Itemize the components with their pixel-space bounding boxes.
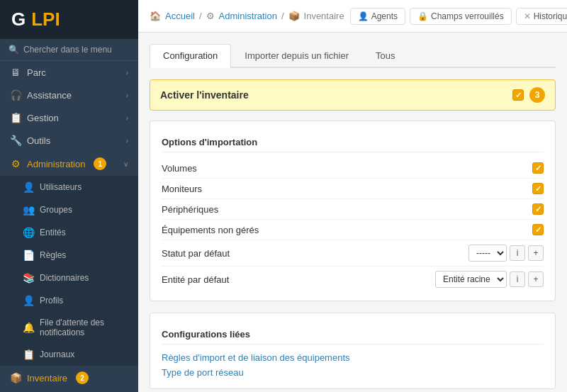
- configurations-liees-header: Configurations liées: [162, 322, 544, 345]
- historique-label: Historique des équipem...: [534, 11, 567, 21]
- home-icon: 🏠: [150, 11, 161, 21]
- entite-add-btn[interactable]: +: [528, 271, 544, 287]
- sidebar-item-label: Outils: [27, 135, 50, 146]
- parc-icon: 🖥: [10, 67, 21, 78]
- dictionnaires-icon: 📚: [23, 272, 34, 284]
- option-row-peripheriques: Périphériques: [162, 199, 544, 220]
- entite-defaut-select[interactable]: Entité racine: [435, 271, 507, 288]
- inventaire-icon: 📦: [10, 372, 21, 383]
- main-area: 🏠 Accueil / ⚙ Administration / 📦 Inventa…: [138, 0, 567, 392]
- tab-importer[interactable]: Importer depuis un fichier: [231, 44, 362, 67]
- equipements-non-geres-checkbox[interactable]: [532, 224, 544, 235]
- sidebar-item-profils[interactable]: 👤 Profils: [0, 289, 138, 312]
- option-row-moniteurs: Moniteurs: [162, 179, 544, 199]
- sidebar-item-label: Gestion: [27, 113, 59, 123]
- sidebar-item-label: Administration: [27, 159, 85, 169]
- sidebar-item-label: Utilisateurs: [40, 182, 82, 192]
- entite-defaut-label: Entité par défaut: [162, 274, 435, 285]
- profils-icon: 👤: [23, 295, 34, 306]
- champs-verrouilles-button[interactable]: 🔒 Champs verrouillés: [410, 8, 512, 25]
- moniteurs-label: Moniteurs: [162, 184, 532, 194]
- agents-label: Agents: [371, 11, 398, 21]
- outils-icon: 🔧: [10, 135, 21, 146]
- utilisateurs-icon: 👤: [23, 181, 34, 193]
- breadcrumb-inventaire-icon: 📦: [288, 11, 300, 21]
- peripheriques-label: Périphériques: [162, 204, 532, 215]
- logo-lpi: LPI: [31, 9, 60, 30]
- chevron-right-icon: ›: [126, 91, 128, 99]
- type-port-reseau-link[interactable]: Type de port réseau: [162, 365, 544, 380]
- option-row-equipements-non-geres: Équipements non gérés: [162, 220, 544, 240]
- activate-inventory-label: Activer l'inventaire: [160, 89, 512, 101]
- inventaire-badge: 2: [76, 371, 89, 384]
- agents-button[interactable]: 👤 Agents: [350, 8, 405, 25]
- import-options-section: Options d'importation Volumes Moniteurs …: [150, 121, 556, 301]
- regles-import-link[interactable]: Règles d'import et de liaison des équipe…: [162, 350, 544, 365]
- close-icon: ✕: [524, 11, 531, 21]
- volumes-checkbox[interactable]: [532, 162, 544, 174]
- entite-info-btn[interactable]: i: [510, 271, 525, 287]
- sidebar-item-journaux[interactable]: 📋 Journaux: [0, 343, 138, 366]
- activate-inventory-right: 3: [512, 87, 545, 103]
- peripheriques-checkbox[interactable]: [532, 203, 544, 215]
- volumes-label: Volumes: [162, 163, 532, 174]
- sidebar-search[interactable]: 🔍 Chercher dans le menu: [0, 39, 138, 61]
- sidebar-item-outils[interactable]: 🔧 Outils ›: [0, 129, 138, 152]
- sidebar-item-label: Groupes: [40, 205, 72, 215]
- equipements-non-geres-label: Équipements non gérés: [162, 225, 532, 235]
- option-row-statut-defaut: Statut par défaut ----- i +: [162, 240, 544, 267]
- chevron-right-icon: ›: [126, 137, 128, 145]
- sidebar-item-administration[interactable]: ⚙ Administration 1 ∨: [0, 152, 138, 176]
- administration-icon: ⚙: [10, 158, 21, 169]
- sidebar-item-label: File d'attente des notifications: [40, 318, 128, 337]
- tab-configuration[interactable]: Configuration: [150, 44, 231, 68]
- journaux-icon: 📋: [23, 349, 34, 360]
- activate-badge: 3: [529, 87, 545, 103]
- champs-verrouilles-label: Champs verrouillés: [431, 11, 504, 21]
- administration-badge: 1: [94, 157, 106, 170]
- breadcrumb-accueil[interactable]: Accueil: [165, 11, 195, 21]
- lock-icon: 🔒: [417, 11, 428, 21]
- sidebar-item-parc[interactable]: 🖥 Parc ›: [0, 61, 138, 84]
- sidebar-item-utilisateurs[interactable]: 👤 Utilisateurs: [0, 176, 138, 198]
- sidebar-item-gestion[interactable]: 📋 Gestion ›: [0, 106, 138, 129]
- sidebar-logo: GLPI: [0, 0, 138, 39]
- activate-inventory-row: Activer l'inventaire 3: [150, 79, 556, 111]
- option-row-entite-defaut: Entité par défaut Entité racine i +: [162, 267, 544, 292]
- sidebar-item-dictionnaires[interactable]: 📚 Dictionnaires: [0, 267, 138, 289]
- statut-defaut-control: ----- i +: [468, 245, 544, 262]
- statut-defaut-label: Statut par défaut: [162, 248, 468, 259]
- sidebar-item-file-attente[interactable]: 🔔 File d'attente des notifications: [0, 312, 138, 343]
- groupes-icon: 👥: [23, 204, 34, 215]
- sidebar-item-groupes[interactable]: 👥 Groupes: [0, 198, 138, 221]
- statut-info-btn[interactable]: i: [510, 245, 525, 261]
- content-area: Configuration Importer depuis un fichier…: [138, 33, 567, 392]
- entites-icon: 🌐: [23, 227, 34, 238]
- agents-icon: 👤: [358, 11, 369, 21]
- regles-icon: 📄: [23, 250, 34, 261]
- statut-add-btn[interactable]: +: [528, 245, 544, 261]
- moniteurs-checkbox[interactable]: [532, 183, 544, 194]
- sidebar-subnav: 👤 Utilisateurs 👥 Groupes 🌐 Entités 📄 Règ…: [0, 176, 138, 366]
- logo-g: G: [11, 9, 26, 30]
- tab-tous[interactable]: Tous: [362, 44, 408, 67]
- chevron-right-icon: ›: [126, 69, 128, 77]
- breadcrumb-sep2: /: [281, 11, 284, 21]
- entite-defaut-control: Entité racine i +: [435, 271, 544, 288]
- sidebar-item-inventaire[interactable]: 📦 Inventaire 2: [0, 366, 138, 390]
- breadcrumb: 🏠 Accueil / ⚙ Administration / 📦 Inventa…: [150, 11, 344, 21]
- historique-button[interactable]: ✕ Historique des équipem...: [516, 8, 567, 25]
- sidebar-item-label: Règles: [40, 250, 66, 260]
- statut-defaut-select[interactable]: -----: [468, 245, 507, 262]
- configurations-liees-section: Configurations liées Règles d'import et …: [150, 313, 556, 389]
- breadcrumb-administration[interactable]: Administration: [219, 11, 277, 21]
- sidebar-item-regles[interactable]: 📄 Règles: [0, 244, 138, 267]
- breadcrumb-admin-icon: ⚙: [206, 11, 215, 21]
- sidebar-item-assistance[interactable]: 🎧 Assistance ›: [0, 84, 138, 106]
- sidebar: GLPI 🔍 Chercher dans le menu 🖥 Parc › 🎧 …: [0, 0, 138, 392]
- sidebar-item-label: Profils: [40, 296, 63, 306]
- sidebar-item-entites[interactable]: 🌐 Entités: [0, 221, 138, 244]
- chevron-down-icon: ∨: [123, 160, 128, 168]
- breadcrumb-inventaire: Inventaire: [304, 11, 344, 21]
- activate-checkbox[interactable]: [512, 89, 524, 101]
